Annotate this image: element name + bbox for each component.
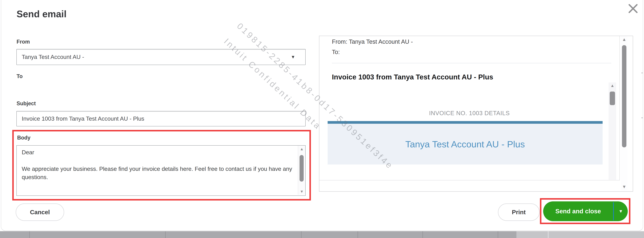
send-and-close-label: Send and close xyxy=(543,201,613,221)
subject-input[interactable]: Invoice 1003 from Tanya Test Account AU … xyxy=(16,111,306,126)
scroll-up-icon[interactable]: ▲ xyxy=(298,147,305,151)
close-icon[interactable] xyxy=(628,3,638,14)
preview-accent-bar xyxy=(328,121,602,124)
background-page-strip xyxy=(0,231,516,238)
cancel-button[interactable]: Cancel xyxy=(16,204,64,221)
email-preview-pane: From: Tanya Test Account AU - To: Invoic… xyxy=(319,36,633,192)
send-and-close-button[interactable]: Send and close ▼ xyxy=(543,201,628,221)
dialog-title: Send email xyxy=(16,8,66,19)
print-button[interactable]: Print xyxy=(498,204,540,221)
preview-company-banner: Tanya Test Account AU - Plus xyxy=(328,124,602,165)
scroll-down-icon[interactable]: ▼ xyxy=(298,190,305,193)
from-label: From xyxy=(16,39,30,45)
email-preview-document: From: Tanya Test Account AU - To: Invoic… xyxy=(319,36,620,180)
background-page-strip-right xyxy=(516,231,644,238)
body-scrollbar[interactable]: ▲ ▼ xyxy=(298,146,305,195)
background-grid-line xyxy=(422,231,423,238)
preview-invoice-details-label: INVOICE NO. 1003 DETAILS xyxy=(332,110,607,116)
scroll-down-icon[interactable]: ▼ xyxy=(621,185,628,189)
edge-tick xyxy=(641,118,643,118)
body-textarea-value: Dear We appreciate your business. Please… xyxy=(22,148,292,181)
background-grid-line xyxy=(301,231,302,238)
send-options-caret[interactable]: ▼ xyxy=(614,201,628,221)
preview-subject-heading: Invoice 1003 from Tanya Test Account AU … xyxy=(332,73,493,81)
preview-outer-scrollbar-thumb[interactable] xyxy=(622,45,626,147)
scroll-up-icon[interactable]: ▲ xyxy=(608,84,616,88)
preview-outer-scrollbar[interactable]: ▲ ▼ xyxy=(621,36,628,191)
chevron-down-icon: ▼ xyxy=(291,49,295,65)
background-grid-line xyxy=(358,231,358,238)
body-scrollbar-thumb[interactable] xyxy=(300,155,304,182)
preview-to-line: To: xyxy=(332,49,340,55)
background-grid-line xyxy=(165,231,166,238)
background-grid-line xyxy=(498,231,498,238)
preview-inner-scrollbar-thumb[interactable] xyxy=(610,92,615,105)
preview-from-line: From: Tanya Test Account AU - xyxy=(332,38,413,45)
chevron-down-icon: ▼ xyxy=(618,209,623,214)
send-email-screen: Send email From Tanya Test Account AU - … xyxy=(0,0,644,238)
body-label: Body xyxy=(17,135,30,141)
from-dropdown[interactable]: Tanya Test Account AU - ▼ xyxy=(16,49,306,65)
background-grid-line xyxy=(29,231,30,238)
edge-tick xyxy=(641,73,643,73)
to-label: To xyxy=(16,73,22,79)
scroll-up-icon[interactable]: ▲ xyxy=(621,37,628,42)
subject-label: Subject xyxy=(16,100,36,107)
preview-company-name: Tanya Test Account AU - Plus xyxy=(406,139,525,149)
body-textarea[interactable]: Dear We appreciate your business. Please… xyxy=(16,145,306,196)
preview-divider xyxy=(332,63,611,63)
background-grid-line xyxy=(548,231,549,238)
preview-inner-scrollbar[interactable]: ▲ xyxy=(608,82,616,180)
subject-input-value: Invoice 1003 from Tanya Test Account AU … xyxy=(22,111,144,126)
from-dropdown-value: Tanya Test Account AU - xyxy=(22,49,84,65)
